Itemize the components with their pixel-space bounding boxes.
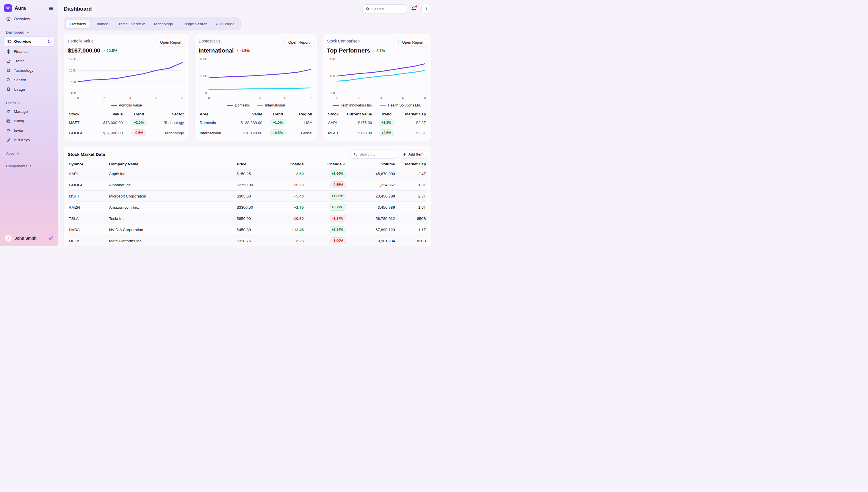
add-item-button[interactable]: Add Item <box>399 150 427 159</box>
theme-brush-icon[interactable] <box>48 236 53 241</box>
column-header: Region <box>292 110 314 117</box>
chevron-down-icon <box>18 101 21 105</box>
table-cell: Alphabet Inc. <box>108 179 235 190</box>
sidebar-item-label: Finance <box>14 49 28 54</box>
table-cell: Amazon.com Inc. <box>108 201 235 213</box>
trend-pill: +0.5% <box>270 129 286 137</box>
sidebar-item-label: Usage <box>14 87 25 92</box>
table-cell: $28,120.00 <box>230 128 264 138</box>
table-cell: Global <box>292 128 314 138</box>
tab-traffic-overview[interactable]: Traffic Overview <box>113 20 148 28</box>
add-new-button[interactable] <box>421 4 431 14</box>
svg-text:6: 6 <box>402 96 403 100</box>
table-cell: $138,889.00 <box>230 117 264 128</box>
trend-pill: +1.69% <box>329 170 346 177</box>
sidebar-item-invite[interactable]: Invite <box>3 126 54 135</box>
table-cell: -1.00% <box>305 235 347 246</box>
svg-text:160k: 160k <box>69 69 76 72</box>
legend-item: Portfolio Value <box>111 103 142 107</box>
trend-pill: +1.0% <box>270 119 286 126</box>
chip-icon <box>6 68 11 73</box>
table-cell: 1.6T <box>396 201 427 213</box>
trend-pill: -1.17% <box>329 215 346 222</box>
sidebar-item-usage[interactable]: Usage <box>3 85 54 94</box>
table-cell: -0.55% <box>305 179 347 190</box>
sidebar-item-overview-top[interactable]: Overview <box>3 14 54 23</box>
open-report-button[interactable]: Open Report <box>156 38 185 47</box>
search-input[interactable] <box>372 7 403 11</box>
table-cell: International <box>199 128 230 138</box>
table-cell: +5.40 <box>271 190 305 201</box>
table-cell: +2.84% <box>305 224 347 235</box>
key-icon <box>6 138 11 142</box>
avatar: J <box>5 235 12 242</box>
svg-text:8: 8 <box>424 96 426 100</box>
stock-market-panel: Stock Market Data Add Item SymbolCompany… <box>64 146 431 246</box>
tab-api-usage[interactable]: API Usage <box>212 20 238 28</box>
svg-text:200k: 200k <box>200 57 207 61</box>
section-label: Components <box>6 164 27 168</box>
sidebar-item-technology[interactable]: Technology <box>3 66 54 75</box>
table-cell: TSLA <box>68 213 108 224</box>
stock-market-table: SymbolCompany NamePriceChangeChange %Vol… <box>68 159 427 246</box>
column-header: Volume <box>347 159 396 168</box>
sidebar-item-billing[interactable]: Billing <box>3 117 54 125</box>
smartphone-icon <box>6 87 11 92</box>
brand-row: Aura <box>3 4 54 14</box>
stock-comparison-card: Stock Comparison Open Report Top Perform… <box>323 34 431 142</box>
menu-toggle-icon[interactable] <box>49 6 54 11</box>
triangle-down-icon: ▼ <box>236 49 239 52</box>
svg-text:2: 2 <box>103 96 105 100</box>
table-cell: +0.5% <box>264 128 292 138</box>
sidebar-item-search[interactable]: Search <box>3 75 54 84</box>
delta-badge: ▲12.5% <box>103 49 117 53</box>
column-header: Stock <box>327 110 345 117</box>
svg-text:100k: 100k <box>200 74 207 78</box>
sidebar-item-overview[interactable]: Overview 2 <box>3 36 54 47</box>
user-plus-icon <box>6 128 11 133</box>
home-icon <box>6 16 11 21</box>
table-cell: +2.75 <box>271 201 305 213</box>
table-cell: +2.5% <box>373 128 400 138</box>
svg-text:8: 8 <box>181 96 183 100</box>
tab-finance[interactable]: Finance <box>91 20 112 28</box>
table-cell: $175.00 <box>345 117 373 128</box>
tab-google-search[interactable]: Google Search <box>178 20 211 28</box>
column-header: Company Name <box>108 159 235 168</box>
open-report-button[interactable]: Open Report <box>284 38 313 47</box>
sidebar-item-api-keys[interactable]: API Keys <box>3 136 54 144</box>
svg-text:80: 80 <box>331 91 335 95</box>
card-title: Domestic vs <box>199 38 220 43</box>
sidebar-item-manage[interactable]: Manage <box>3 107 54 116</box>
section-dashboard[interactable]: Dashboard <box>3 29 54 36</box>
table-search <box>350 150 396 159</box>
table-cell: GOOGL <box>68 179 108 190</box>
notifications-bell-icon[interactable] <box>411 6 417 12</box>
table-cell: $150.25 <box>235 168 271 179</box>
section-components[interactable]: Components <box>3 163 54 170</box>
chart-legend: Tech Innovators Inc.Health Solutions Ltd… <box>327 103 427 107</box>
tab-technology[interactable]: Technology <box>150 20 176 28</box>
section-users[interactable]: Users <box>3 100 54 107</box>
card-headline-value: International <box>199 47 234 54</box>
legend-item: Health Solutions Ltd. <box>380 103 421 107</box>
table-cell: Domestic <box>199 117 230 128</box>
table-cell: Microsoft Corporation <box>108 190 235 201</box>
sidebar-item-traffic[interactable]: Traffic <box>3 56 54 66</box>
table-cell: -1.17% <box>305 213 347 224</box>
table-cell: $850.90 <box>235 213 271 224</box>
card-headline-value: $167,000.00 <box>68 47 100 54</box>
table-cell: AAPL <box>68 168 108 179</box>
column-header: Trend <box>264 110 292 117</box>
user-row[interactable]: J John Smith <box>3 233 54 242</box>
table-search-input[interactable] <box>359 152 393 156</box>
tab-overview[interactable]: Overview <box>66 20 90 28</box>
notification-dot <box>415 5 417 7</box>
chevron-down-icon <box>26 31 30 34</box>
sidebar-item-finance[interactable]: Finance <box>3 47 54 56</box>
table-cell: $2.8T <box>400 117 427 128</box>
table-cell: +1.8% <box>373 117 400 128</box>
section-label: Users <box>6 101 16 105</box>
open-report-button[interactable]: Open Report <box>398 38 427 47</box>
section-apps[interactable]: Apps <box>3 150 54 157</box>
